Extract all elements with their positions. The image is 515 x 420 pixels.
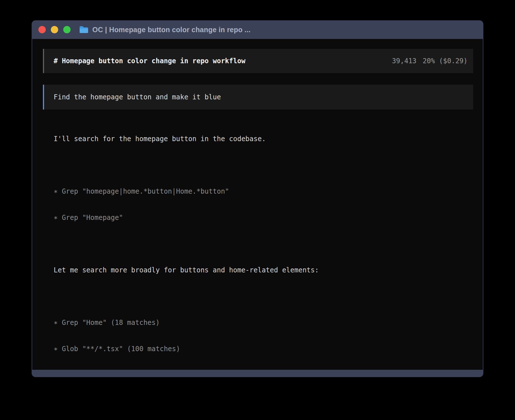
- assistant-text-line: Let me search more broadly for buttons a…: [54, 266, 473, 275]
- token-count: 39,413: [392, 57, 416, 65]
- session-header: # Homepage button color change in repo w…: [43, 49, 473, 73]
- folder-icon: [79, 26, 89, 34]
- window-titlebar[interactable]: OC | Homepage button color change in rep…: [32, 20, 483, 39]
- assistant-text-line: I'll search for the homepage button in t…: [54, 135, 473, 143]
- user-message-text: Find the homepage button and make it blu…: [54, 93, 221, 101]
- close-button[interactable]: [38, 26, 46, 33]
- context-usage: 20% ($0.29): [423, 57, 468, 65]
- session-stats: 39,413 20% ($0.29): [392, 57, 468, 65]
- desktop: OC | Homepage button color change in rep…: [0, 0, 515, 420]
- minimize-button[interactable]: [51, 26, 58, 33]
- tool-call-group: ∗ Grep "Home" (18 matches) ∗ Glob "**/*.…: [54, 301, 473, 371]
- terminal-window: OC | Homepage button color change in rep…: [32, 20, 483, 377]
- tool-call-line: ∗ Grep "homepage|home.*button|Home.*butt…: [54, 187, 473, 196]
- window-title: OC | Homepage button color change in rep…: [92, 26, 250, 34]
- tool-call-group: ∗ Grep "homepage|home.*button|Home.*butt…: [54, 170, 473, 240]
- terminal-content: # Homepage button color change in repo w…: [32, 39, 483, 370]
- assistant-paragraph: Let me search more broadly for buttons a…: [54, 248, 473, 292]
- user-message: Find the homepage button and make it blu…: [43, 85, 473, 110]
- zoom-button[interactable]: [63, 26, 71, 33]
- assistant-paragraph: I'll search for the homepage button in t…: [54, 117, 473, 161]
- traffic-lights: [38, 26, 71, 33]
- tool-call-line: ∗ Glob "**/*.tsx" (100 matches): [54, 345, 473, 353]
- session-title: # Homepage button color change in repo w…: [54, 57, 245, 65]
- tool-call-line: ∗ Grep "Home" (18 matches): [54, 318, 473, 327]
- tool-call-line: ∗ Grep "Homepage": [54, 213, 473, 222]
